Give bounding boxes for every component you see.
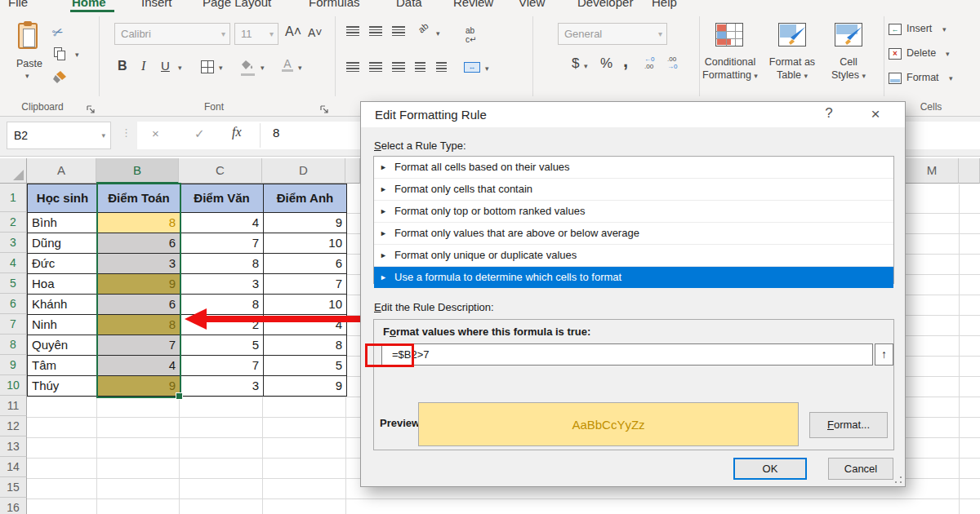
increase-decimal-icon[interactable]: ←0.00 [644, 55, 654, 70]
fx-icon[interactable]: fx [232, 125, 242, 140]
row-header-4[interactable]: 4 [0, 253, 27, 273]
collapse-dialog-button[interactable]: ↑ [875, 343, 893, 366]
select-all-button[interactable] [0, 158, 27, 184]
format-as-table-button[interactable]: Format as Table ▾ [764, 20, 820, 95]
align-bottom-icon[interactable] [392, 26, 405, 36]
cell-D4[interactable]: 6 [264, 254, 346, 273]
row-header-10[interactable]: 10 [0, 375, 27, 396]
row-header-1[interactable]: 1 [0, 184, 27, 212]
tab-file[interactable]: File [8, 0, 28, 12]
font-name-select[interactable]: Calibri▾ [114, 23, 230, 45]
cut-icon[interactable]: ✂ [50, 23, 65, 41]
col-header-A[interactable]: A [27, 158, 96, 184]
decrease-decimal-icon[interactable]: .00→0 [667, 55, 677, 70]
close-icon[interactable]: × [863, 105, 888, 123]
number-format-select[interactable]: General▾ [558, 23, 667, 45]
cell-A2[interactable]: Bình [28, 213, 97, 233]
cell-D3[interactable]: 10 [264, 233, 346, 253]
tab-view[interactable]: View [519, 0, 545, 12]
cell-C2[interactable]: 4 [180, 213, 263, 233]
cell-C5[interactable]: 3 [180, 274, 263, 294]
cell-D5[interactable]: 7 [264, 274, 346, 294]
formula-field[interactable]: =$B2>7 [381, 343, 873, 366]
font-color-icon[interactable]: A [282, 57, 293, 72]
dialog-title-bar[interactable]: Edit Formatting Rule ? × [361, 102, 905, 127]
row-header-15[interactable]: 15 [0, 477, 27, 498]
row-header-7[interactable]: 7 [0, 314, 27, 335]
percent-icon[interactable]: % [600, 55, 612, 72]
orientation-dropdown-icon[interactable]: ▾ [436, 29, 440, 38]
name-box[interactable]: B2 ▾ [7, 122, 111, 149]
cell-A10[interactable]: Thúy [28, 376, 97, 396]
paste-dropdown-icon[interactable]: ▾ [25, 72, 29, 80]
rule-type-option-6-selected[interactable]: ►Use a formula to determine which cells … [374, 267, 893, 288]
name-box-dropdown-icon[interactable]: ▾ [101, 122, 105, 148]
cell-D8[interactable]: 8 [264, 335, 346, 355]
cell-B1[interactable]: Điểm Toán [98, 184, 180, 212]
formula-bar-resizer[interactable]: ⋮ [121, 126, 131, 139]
col-header-D[interactable]: D [262, 158, 345, 184]
align-middle-icon[interactable] [369, 26, 382, 36]
merge-dropdown-icon[interactable]: ▾ [485, 64, 489, 73]
cell-D10[interactable]: 9 [264, 376, 346, 396]
tab-developer[interactable]: Developer [577, 0, 633, 12]
cell-B6[interactable]: 6 [98, 295, 180, 314]
fill-color-dropdown-icon[interactable]: ▾ [261, 64, 265, 72]
copy-dropdown-icon[interactable]: ▾ [75, 51, 79, 59]
cell-A9[interactable]: Tâm [28, 356, 97, 375]
align-left-icon[interactable] [346, 62, 359, 72]
format-button[interactable]: Format... [809, 412, 888, 438]
cell-A1[interactable]: Học sinh [28, 184, 97, 212]
align-center-icon[interactable] [369, 62, 382, 72]
enter-icon[interactable]: ✓ [194, 126, 205, 141]
cell-A8[interactable]: Quyên [28, 335, 97, 355]
comma-icon[interactable]: , [623, 51, 628, 72]
cell-B3[interactable]: 6 [98, 233, 180, 253]
rule-type-option-5[interactable]: ►Format only unique or duplicate values [374, 245, 893, 267]
tab-page-layout[interactable]: Page Layout [203, 0, 271, 12]
tab-formulas[interactable]: Formulas [309, 0, 360, 12]
cell-A3[interactable]: Dũng [28, 233, 97, 253]
row-header-9[interactable]: 9 [0, 355, 27, 375]
tab-data[interactable]: Data [396, 0, 422, 12]
row-header-8[interactable]: 8 [0, 335, 27, 355]
paste-button[interactable]: Paste [15, 57, 44, 70]
currency-dropdown-icon[interactable]: ▾ [584, 62, 588, 70]
row-header-6[interactable]: 6 [0, 294, 27, 314]
formula-bar-value[interactable]: 8 [273, 126, 279, 140]
cell-D2[interactable]: 9 [264, 213, 346, 233]
cell-C9[interactable]: 7 [180, 356, 263, 375]
cell-A7[interactable]: Ninh [28, 315, 97, 335]
help-button[interactable]: ? [817, 105, 841, 122]
borders-icon[interactable] [201, 60, 214, 73]
col-header-N-partial[interactable] [959, 158, 980, 184]
col-header-E-partial[interactable] [345, 158, 360, 184]
merge-center-icon[interactable]: ↔ [464, 62, 480, 73]
cancel-icon[interactable]: × [152, 126, 159, 140]
row-header-13[interactable]: 13 [0, 436, 27, 457]
ok-button[interactable]: OK [733, 458, 807, 480]
conditional-formatting-button[interactable]: Conditional Formatting ▾ [701, 20, 760, 95]
row-header-5[interactable]: 5 [0, 273, 27, 294]
currency-icon[interactable]: $ [572, 55, 579, 72]
col-header-C[interactable]: C [179, 158, 262, 184]
tab-insert[interactable]: Insert [141, 0, 172, 12]
rule-type-option-3[interactable]: ►Format only top or bottom ranked values [374, 201, 893, 223]
rule-type-option-1[interactable]: ►Format all cells based on their values [374, 157, 893, 179]
underline-button[interactable]: U [161, 59, 170, 73]
increase-indent-icon[interactable] [436, 62, 447, 72]
decrease-indent-icon[interactable] [415, 62, 425, 72]
cell-B7[interactable]: 8 [98, 315, 180, 335]
fill-color-icon[interactable] [241, 59, 255, 76]
clipboard-dialog-launcher-icon[interactable] [87, 103, 96, 112]
cell-styles-button[interactable]: Cell Styles ▾ [823, 20, 874, 95]
tab-review[interactable]: Review [453, 0, 493, 12]
cell-D6[interactable]: 10 [264, 295, 346, 314]
row-header-14[interactable]: 14 [0, 457, 27, 477]
resize-grip[interactable] [894, 476, 902, 484]
align-right-icon[interactable] [392, 62, 405, 72]
cell-A4[interactable]: Đức [28, 254, 97, 273]
rule-type-option-2[interactable]: ►Format only cells that contain [374, 179, 893, 201]
row-header-11[interactable]: 11 [0, 396, 27, 416]
col-header-B[interactable]: B [96, 158, 179, 184]
